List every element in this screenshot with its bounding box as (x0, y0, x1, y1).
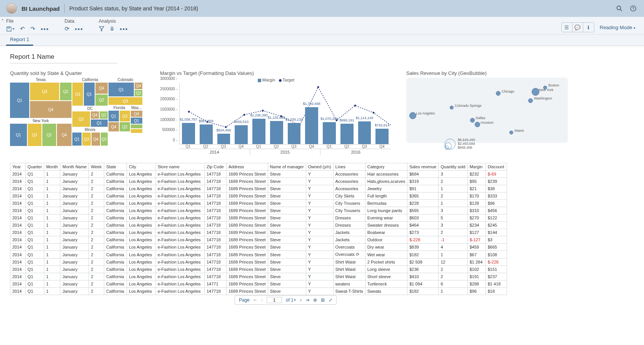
comments-icon[interactable]: 💬 (572, 23, 583, 32)
file-more-icon[interactable]: ••• (41, 26, 49, 32)
file-group-label: File (6, 18, 49, 24)
view-toggle-group: ☰ 💬 ℹ (561, 22, 594, 32)
column-header[interactable]: Quantity sold (439, 163, 467, 171)
column-header[interactable]: Store name (155, 163, 204, 171)
svg-point-0 (617, 6, 621, 10)
next-page-icon[interactable]: › (300, 297, 302, 303)
column-header[interactable]: Address (226, 163, 268, 171)
table-row[interactable]: 2014Q11January2CaliforniaLos Angelese-Fa… (10, 259, 507, 266)
search-icon[interactable] (615, 4, 624, 13)
table-row[interactable]: 2014Q11January2CaliforniaLos Angelese-Fa… (10, 236, 507, 244)
column-header[interactable]: Discount (486, 163, 507, 171)
outline-view-icon[interactable]: ☰ (562, 23, 572, 32)
table-row[interactable]: 2014Q11January2CaliforniaLos Angelese-Fa… (10, 222, 507, 229)
column-header[interactable]: Owned (y/n) (306, 163, 333, 171)
save-button[interactable]: ▾ (6, 26, 15, 32)
page-input[interactable] (267, 297, 282, 303)
column-header[interactable]: Name of manager (268, 163, 306, 171)
redo-button[interactable]: ↷ (30, 25, 35, 32)
svg-line-1 (621, 10, 622, 12)
reading-mode-dropdown[interactable]: Reading Mode ▾ (597, 25, 638, 30)
column-header[interactable]: Week (89, 163, 104, 171)
analysis-more-icon[interactable]: ••• (120, 26, 128, 32)
column-header[interactable]: Sales revenue (407, 163, 439, 171)
report-tabs: Report 1 (0, 35, 644, 46)
collapse-ribbon-icon[interactable]: ⌃ (1, 18, 4, 23)
geo-bubble-chart[interactable]: Sales Revenue by City (GeoBubble) Los An… (406, 70, 568, 147)
drill-button[interactable]: ⤋ (110, 25, 115, 32)
table-row[interactable]: 2014Q11January2CaliforniaLos Angelese-Fa… (10, 192, 507, 200)
refresh-button[interactable]: ⟳ (65, 25, 70, 32)
table-row[interactable]: 2014Q11January2CaliforniaLos Angelese-Fa… (10, 200, 507, 207)
state-label: Mas... (131, 106, 142, 110)
column-header[interactable]: City (127, 163, 156, 171)
report-body: Report 1 Name Quantity sold by State & Q… (0, 46, 644, 295)
geo-title: Sales Revenue by City (GeoBubble) (406, 70, 568, 76)
table-row[interactable]: 2014Q11January2CaliforniaLos Angelese-Fa… (10, 214, 507, 222)
state-label: DC (72, 106, 108, 111)
table-row[interactable]: 2014Q11January2CaliforniaLos Angelese-Fa… (10, 273, 507, 280)
avatar[interactable] (6, 3, 17, 14)
document-title: Product Sales status, by State and Year … (69, 5, 198, 12)
app-header: BI Launchpad Product Sales status, by St… (0, 0, 644, 17)
data-group-label: Data (65, 18, 83, 24)
column-header[interactable]: Margin (467, 163, 486, 171)
margin-vs-target-chart[interactable]: Margin vs Target (Formatting Data Values… (160, 70, 391, 155)
toolbar: ⌃ File ▾ ↶ ↷ ••• Data ⟳ ••• Analysis ⤋ •… (0, 17, 644, 35)
app-name: BI Launchpad (22, 5, 60, 12)
analysis-group-label: Analysis (99, 18, 128, 24)
column-header[interactable]: Lines (333, 163, 365, 171)
tab-report-1[interactable]: Report 1 (6, 34, 33, 46)
table-row[interactable]: 2014Q11January2CaliforniaLos Angelese-Fa… (10, 185, 507, 192)
table-row[interactable]: 2014Q11January2CaliforniaLos Angelese-Fa… (10, 280, 507, 288)
column-header[interactable]: Quarter (25, 163, 44, 171)
fullscreen-icon[interactable]: ⤢ (329, 297, 332, 303)
prev-page-icon[interactable]: ‹ (261, 297, 263, 303)
treemap-chart[interactable]: Quantity sold by State & Quarter Texas Q… (10, 70, 145, 155)
state-label: Illinois (72, 128, 108, 132)
barchart-title: Margin vs Target (Formatting Data Values… (160, 70, 391, 76)
report-title: Report 1 Name (10, 53, 636, 61)
table-row[interactable]: 2014Q11January2CaliforniaLos Angelese-Fa… (10, 229, 507, 236)
column-header[interactable]: State (104, 163, 127, 171)
state-label: California (72, 78, 108, 82)
column-header[interactable]: Month Name (60, 163, 89, 171)
table-row[interactable]: 2014Q11January2CaliforniaLos Angelese-Fa… (10, 288, 507, 295)
state-label: Florida (108, 106, 130, 110)
table-row[interactable]: 2014Q11January2CaliforniaLos Angelese-Fa… (10, 244, 507, 251)
us-map: Los AngelesColorado SpringsDallasHouston… (406, 78, 568, 143)
data-table[interactable]: YearQuarterMonthMonth NameWeekStateCityS… (10, 163, 507, 295)
table-row[interactable]: 2014Q11January2CaliforniaLos Angelese-Fa… (10, 266, 507, 273)
column-header[interactable]: Year (10, 163, 26, 171)
filter-button[interactable] (99, 26, 104, 32)
svg-point-12 (317, 86, 319, 88)
pager: Page ⇤ ‹ of 1+ › ⇥ ⊕ ⊞ ⤢ (235, 295, 337, 305)
last-page-icon[interactable]: ⇥ (305, 297, 309, 303)
data-more-icon[interactable]: ••• (75, 26, 83, 32)
title-rule (10, 63, 118, 63)
table-row[interactable]: 2014Q11January2CaliforniaLos Angelese-Fa… (10, 171, 507, 178)
chart-legend: Margin Target (160, 78, 391, 82)
first-page-icon[interactable]: ⇤ (254, 297, 257, 303)
fit-page-icon[interactable]: ⊞ (321, 297, 325, 303)
column-header[interactable]: Zip Code (204, 163, 226, 171)
table-row[interactable]: 2014Q11January2CaliforniaLos Angelese-Fa… (10, 251, 507, 259)
pager-of-label: of 1+ (286, 297, 296, 303)
svg-text:?: ? (632, 7, 634, 11)
table-row[interactable]: 2014Q11January2CaliforniaLos Angelese-Fa… (10, 178, 507, 185)
state-label: Colorado (108, 78, 142, 82)
svg-point-14 (354, 104, 356, 106)
table-row[interactable]: 2014Q11January2CaliforniaLos Angelese-Fa… (10, 207, 507, 214)
state-label: New York (10, 119, 72, 123)
info-icon[interactable]: ℹ (583, 23, 594, 32)
state-label: Texas (10, 78, 72, 82)
undo-button[interactable]: ↶ (20, 25, 25, 32)
treemap-title: Quantity sold by State & Quarter (10, 70, 145, 76)
pager-label: Page (239, 297, 250, 303)
column-header[interactable]: Month (44, 163, 60, 171)
help-icon[interactable]: ? (629, 4, 638, 13)
column-header[interactable]: Category (365, 163, 407, 171)
zoom-icon[interactable]: ⊕ (313, 297, 317, 303)
header-divider (64, 4, 65, 13)
